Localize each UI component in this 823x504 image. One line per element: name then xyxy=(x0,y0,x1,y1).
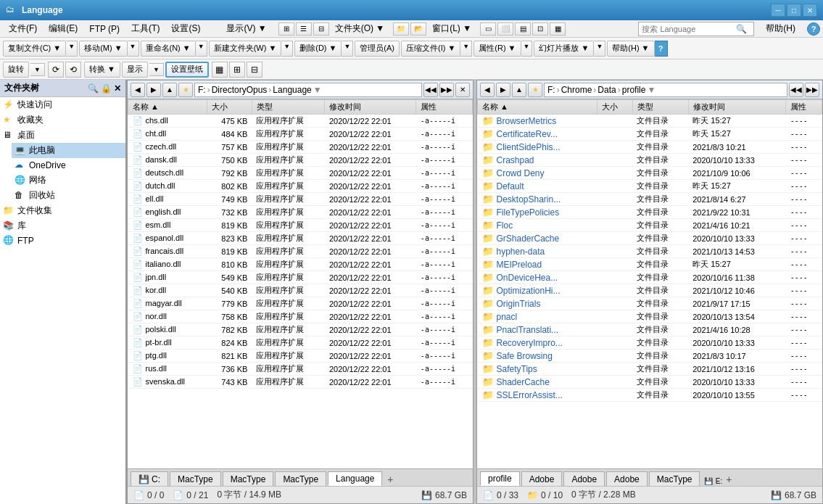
sidebar-item-recycle[interactable]: 🗑 回收站 xyxy=(12,188,125,203)
sidebar-item-filecollect[interactable]: 📁 文件收集 xyxy=(0,203,125,218)
props-dropdown[interactable]: ▼ xyxy=(521,41,533,57)
slideshow-button[interactable]: 幻灯片播放 ▼ xyxy=(534,41,594,57)
sidebar-search-icon[interactable]: 🔍 xyxy=(88,83,99,94)
left-table-row[interactable]: 📄polski.dll 782 KB 应用程序扩展 2020/12/22 22:… xyxy=(128,323,473,336)
left-table-row[interactable]: 📄espanol.dll 823 KB 应用程序扩展 2020/12/22 22… xyxy=(128,232,473,245)
search-input[interactable] xyxy=(642,25,736,33)
view-btn-3[interactable]: ⊟ xyxy=(313,22,329,36)
left-table-row[interactable]: 📄jpn.dll 549 KB 应用程序扩展 2020/12/22 22:01 … xyxy=(128,271,473,284)
right-tab-adobe3[interactable]: Adobe xyxy=(606,471,648,486)
menu-view[interactable]: 显示(V) ▼ xyxy=(220,21,272,36)
right-col-type[interactable]: 类型 xyxy=(632,100,688,115)
left-up-button[interactable]: ▲ xyxy=(162,83,177,97)
left-bookmark-button[interactable]: ★ xyxy=(178,83,193,97)
compress-dropdown[interactable]: ▼ xyxy=(460,41,472,57)
left-table-row[interactable]: 📄czech.dll 757 KB 应用程序扩展 2020/12/22 22:0… xyxy=(128,141,473,154)
copy-button[interactable]: 复制文件(C) ▼ xyxy=(3,41,66,57)
right-col-size[interactable]: 大小 xyxy=(597,100,632,115)
right-col-modified[interactable]: 修改时间 xyxy=(688,100,786,115)
move-dropdown[interactable]: ▼ xyxy=(128,41,139,57)
window-btn-1[interactable]: ▭ xyxy=(480,22,496,36)
left-table-row[interactable]: 📄dutch.dll 802 KB 应用程序扩展 2020/12/22 22:0… xyxy=(128,180,473,193)
search-box[interactable]: 🔍 xyxy=(638,22,754,36)
sidebar-item-network[interactable]: 🌐 网络 xyxy=(12,173,125,188)
display-button[interactable]: 显示 xyxy=(122,62,148,78)
right-bookmark-button[interactable]: ★ xyxy=(528,83,542,97)
menu-edit[interactable]: 编辑(E) xyxy=(43,21,83,36)
maximize-button[interactable]: □ xyxy=(787,4,801,17)
right-table-row[interactable]: 📁Floc 文件目录 2021/4/16 10:21 ---- xyxy=(478,219,822,232)
right-table-row[interactable]: 📁PnaclTranslati... 文件目录 2021/4/16 10:28 … xyxy=(478,323,822,336)
left-file-table[interactable]: 名称 ▲ 大小 类型 修改时间 属性 📄chs.dll 475 KB 应用程序扩… xyxy=(128,99,473,468)
move-button[interactable]: 移动(M) ▼ xyxy=(79,41,127,57)
left-tab-mactype3[interactable]: MacType xyxy=(275,471,326,486)
sidebar-lock-icon[interactable]: 🔒 xyxy=(101,83,112,94)
window-btn-3[interactable]: ▤ xyxy=(515,22,531,36)
minimize-button[interactable]: ─ xyxy=(771,4,785,17)
left-col-name[interactable]: 名称 ▲ xyxy=(128,100,207,115)
right-table-row[interactable]: 📁CertificateRev... 文件目录 昨天 15:27 ---- xyxy=(478,128,822,141)
left-forward-button[interactable]: ▶ xyxy=(146,83,161,97)
menu-help[interactable]: 帮助(H) xyxy=(760,21,801,36)
view-btn-2[interactable]: ☰ xyxy=(296,22,312,36)
right-table-row[interactable]: 📁OriginTrials 文件目录 2021/9/17 17:15 ---- xyxy=(478,297,822,310)
left-breadcrumb[interactable]: F: › DirectoryOpus › Language ▼ xyxy=(194,83,422,97)
right-table-row[interactable]: 📁Crowd Deny 文件目录 2021/10/9 10:06 ---- xyxy=(478,167,822,180)
right-table-row[interactable]: 📁SafetyTips 文件目录 2021/10/12 13:16 ---- xyxy=(478,363,822,376)
window-btn-2[interactable]: ⬜ xyxy=(497,22,513,36)
sidebar-item-ftp[interactable]: 🌐 FTP xyxy=(0,234,125,248)
right-col-attr[interactable]: 属性 xyxy=(786,100,822,115)
right-table-row[interactable]: 📁OptimizationHi... 文件目录 2021/10/12 10:46… xyxy=(478,284,822,297)
left-table-row[interactable]: 📄francais.dll 819 KB 应用程序扩展 2020/12/22 2… xyxy=(128,245,473,258)
sidebar-item-desktop[interactable]: 🖥 桌面 xyxy=(0,128,125,143)
right-table-row[interactable]: 📁Default 文件目录 昨天 15:27 ---- xyxy=(478,180,822,193)
right-tab-profile[interactable]: profile xyxy=(480,471,520,486)
left-back-button[interactable]: ◀ xyxy=(131,83,145,97)
sidebar-item-thispc[interactable]: 💻 此电脑 xyxy=(12,143,125,158)
left-table-row[interactable]: 📄rus.dll 736 KB 应用程序扩展 2020/12/22 22:01 … xyxy=(128,363,473,376)
right-tab-add[interactable]: + xyxy=(722,473,735,486)
left-col-size[interactable]: 大小 xyxy=(207,100,252,115)
window-btn-4[interactable]: ⊡ xyxy=(532,22,548,36)
layout-btn-2[interactable]: ⊞ xyxy=(229,62,245,78)
sidebar-item-library[interactable]: 📚 库 xyxy=(0,218,125,234)
new-folder-button[interactable]: 新建文件夹(W) ▼ xyxy=(209,41,282,57)
right-table-row[interactable]: 📁FileTypePolicies 文件目录 2021/9/22 10:31 -… xyxy=(478,206,822,219)
folder-btn-2[interactable]: 📂 xyxy=(410,22,426,36)
image-btn-2[interactable]: ⟲ xyxy=(65,62,81,78)
right-table-row[interactable]: 📁Safe Browsing 文件目录 2021/8/3 10:17 ---- xyxy=(478,350,822,363)
menu-folder[interactable]: 文件夹(O) ▼ xyxy=(329,21,391,36)
right-table-row[interactable]: 📁RecoveryImpro... 文件目录 2020/10/10 13:33 … xyxy=(478,336,822,350)
right-table-row[interactable]: 📁DesktopSharin... 文件目录 2021/8/14 6:27 --… xyxy=(478,193,822,206)
right-table-row[interactable]: 📁OnDeviceHea... 文件目录 2020/10/16 11:38 --… xyxy=(478,271,822,284)
delete-dropdown[interactable]: ▼ xyxy=(342,41,353,57)
left-table-row[interactable]: 📄ptg.dll 821 KB 应用程序扩展 2020/12/22 22:01 … xyxy=(128,350,473,363)
folder-btn-1[interactable]: 📁 xyxy=(393,22,409,36)
right-table-row[interactable]: 📁ShaderCache 文件目录 2020/10/10 13:33 ---- xyxy=(478,376,822,389)
rename-button[interactable]: 重命名(N) ▼ xyxy=(141,41,196,57)
help-button[interactable]: ? xyxy=(807,22,820,36)
left-table-row[interactable]: 📄nor.dll 758 KB 应用程序扩展 2020/12/22 22:01 … xyxy=(128,310,473,323)
left-close-pane[interactable]: ✕ xyxy=(455,83,470,97)
right-prev-pane[interactable]: ◀◀ xyxy=(789,83,803,97)
right-tab-adobe1[interactable]: Adobe xyxy=(521,471,563,486)
sidebar-item-onedrive[interactable]: ☁ OneDrive xyxy=(12,158,125,173)
right-table-row[interactable]: 📁BrowserMetrics 文件目录 昨天 15:27 ---- xyxy=(478,115,822,128)
display-dropdown[interactable]: ▼ xyxy=(149,63,164,76)
right-table-row[interactable]: 📁GrShaderCache 文件目录 2020/10/10 13:33 ---… xyxy=(478,232,822,245)
help-icon-button[interactable]: ? xyxy=(655,41,668,57)
rename-dropdown[interactable]: ▼ xyxy=(196,41,207,57)
right-table-row[interactable]: 📁hyphen-data 文件目录 2021/10/13 14:53 ---- xyxy=(478,245,822,258)
right-col-name[interactable]: 名称 ▲ xyxy=(478,100,597,115)
close-button[interactable]: ✕ xyxy=(803,4,817,17)
left-table-row[interactable]: 📄kor.dll 540 KB 应用程序扩展 2020/12/22 22:01 … xyxy=(128,284,473,297)
left-table-row[interactable]: 📄pt-br.dll 824 KB 应用程序扩展 2020/12/22 22:0… xyxy=(128,336,473,350)
layout-btn-3[interactable]: ⊟ xyxy=(247,62,262,78)
left-table-row[interactable]: 📄dansk.dll 750 KB 应用程序扩展 2020/12/22 22:0… xyxy=(128,154,473,167)
rotate-button[interactable]: 旋转 xyxy=(3,62,29,78)
left-tab-mactype1[interactable]: MacType xyxy=(170,471,221,486)
left-tab-mactype2[interactable]: MacType xyxy=(223,471,274,486)
right-table-row[interactable]: 📁MEIPreload 文件目录 昨天 15:27 ---- xyxy=(478,258,822,271)
copy-dropdown[interactable]: ▼ xyxy=(66,41,78,57)
left-col-attr[interactable]: 属性 xyxy=(416,100,473,115)
